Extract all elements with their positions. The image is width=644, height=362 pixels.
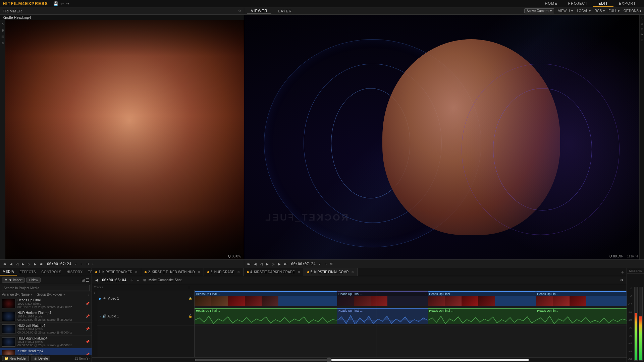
timeline-tab-2[interactable]: 3. HUD GRADE ✕ <box>204 268 244 276</box>
viewer-prev-btn[interactable]: ◁ <box>259 262 264 266</box>
viewer-tool-5[interactable]: ◎ <box>641 38 643 42</box>
playhead[interactable] <box>376 290 376 357</box>
audio-clip-2[interactable]: Heads Up Final ... <box>428 308 536 324</box>
redo-icon[interactable]: ↪ <box>66 1 69 6</box>
timeline-tab-1[interactable]: 2. KIRSTIE T...KED WITH HUD ✕ <box>141 268 204 276</box>
media-pin-2[interactable]: 📌 <box>86 327 90 331</box>
viewer-out-btn[interactable]: ¬ <box>324 262 328 266</box>
tl-ripple-btn[interactable]: ↔ <box>136 278 141 282</box>
media-item[interactable]: Kirstle Head.mp4 644 x 362 pixels 00:0… <box>0 348 92 355</box>
new-btn[interactable]: + New <box>26 278 41 283</box>
transform-tool-icon[interactable]: ✥ <box>1 41 4 45</box>
media-tab-controls[interactable]: CONTROLS <box>39 269 64 275</box>
new-folder-btn[interactable]: 📁 New Folder <box>2 356 29 361</box>
timeline-tab-3[interactable]: 4. KIRSTIE DARKEN GRADE ✕ <box>244 268 304 276</box>
video-clip-3[interactable]: Heads Up Fin... <box>536 291 627 306</box>
trim-out-btn[interactable]: ¬ <box>79 262 84 266</box>
trim-go-end-btn[interactable]: ⏭ <box>39 262 44 266</box>
media-tab-history[interactable]: HISTORY <box>64 269 86 275</box>
view-select[interactable]: VIEW: 1▾ <box>558 9 573 13</box>
pointer-tool-icon[interactable]: ↖ <box>1 22 4 26</box>
audio-track-lock[interactable]: 🔒 <box>189 314 192 318</box>
video-track-lock[interactable]: 🔒 <box>189 297 192 300</box>
trim-play-btn[interactable]: ▶ <box>21 262 25 266</box>
tab-close-4[interactable]: ✕ <box>351 270 354 274</box>
media-tab-media[interactable]: MEDIA <box>0 268 17 276</box>
undo-icon[interactable]: ↩ <box>60 1 64 6</box>
options-btn[interactable]: OPTIONS▾ <box>624 9 641 13</box>
video-clip-2[interactable]: Heads Up Final ... → <box>428 291 536 306</box>
active-camera-btn[interactable]: Active Camera ▾ <box>524 8 554 13</box>
media-item[interactable]: HUD Horizon Flat.mp4 1024 x 1024 pixels … <box>0 310 92 323</box>
viewer-next-frame-btn[interactable]: ▶ <box>277 262 282 266</box>
audio-clip-3[interactable]: Heads Up Fin... <box>536 308 627 324</box>
timeline-tab-4[interactable]: 5. KIRSTIE FINAL COMP ✕ <box>304 268 358 276</box>
grid-view-btn[interactable]: ⊞ <box>82 278 85 283</box>
tab-close-1[interactable]: ✕ <box>198 270 200 274</box>
zoom-tool-icon[interactable]: ⊕ <box>1 28 4 32</box>
group-chevron[interactable]: ▾ <box>63 293 65 296</box>
viewer-next-btn[interactable]: ▷ <box>271 262 276 266</box>
trim-insert-btn[interactable]: ⊣ <box>85 262 90 266</box>
media-item[interactable]: HUD Right Flat.mp4 1024 x 1024 pixels 00… <box>0 336 92 348</box>
save-icon[interactable]: 💾 <box>53 1 58 6</box>
tl-back-btn[interactable]: ◀ <box>95 278 99 282</box>
timeline-extra-btn[interactable]: + <box>619 269 627 275</box>
trim-go-start-btn[interactable]: ⏮ <box>2 262 7 266</box>
timeline-add-icon[interactable]: + <box>621 269 624 275</box>
nav-export[interactable]: EXPORT <box>613 0 641 7</box>
viewer-tool-1[interactable]: ↖ <box>641 17 643 20</box>
audio-clip-1[interactable]: Heads Up Final ... <box>337 308 428 324</box>
tab-close-0[interactable]: ✕ <box>135 270 138 274</box>
media-pin-0[interactable]: 📌 <box>86 302 90 305</box>
viewer-prev-frame-btn[interactable]: ◀ <box>253 262 258 266</box>
viewer-tab-layer[interactable]: LAYER <box>274 8 296 14</box>
sort-chevron[interactable]: ▾ <box>31 293 33 296</box>
viewer-in-btn[interactable]: ⌐ <box>318 262 322 266</box>
rgb-select[interactable]: RGB▾ <box>595 9 605 13</box>
media-search-input[interactable] <box>2 285 90 291</box>
viewer-tool-3[interactable]: ⊞ <box>641 27 643 31</box>
trim-overwrite-btn[interactable]: ↓ <box>91 262 95 266</box>
timeline-scrollbar[interactable] <box>195 359 529 361</box>
viewer-play-btn[interactable]: ▶ <box>265 262 270 266</box>
trim-prev-frame-btn[interactable]: ◀ <box>9 262 13 266</box>
tab-close-3[interactable]: ✕ <box>298 270 300 274</box>
tl-composite-btn[interactable]: ⊞ <box>143 278 147 282</box>
tl-settings-btn[interactable]: ⚙ <box>620 278 624 282</box>
local-select[interactable]: LOCAL▾ <box>577 9 591 13</box>
trim-in-btn[interactable]: ⌐ <box>74 262 78 266</box>
trimmer-settings-icon[interactable]: ⚙ <box>238 9 241 13</box>
delete-btn[interactable]: 🗑 Delete <box>32 356 50 361</box>
media-item[interactable]: Heads Up Final 1920 x 814 pixels 00:01:2… <box>0 297 92 310</box>
crop-tool-icon[interactable]: ⊞ <box>1 35 4 39</box>
tab-close-2[interactable]: ✕ <box>237 270 240 274</box>
audio-clip-0[interactable]: Heads Up Final ... <box>195 308 337 324</box>
audio-track-mute[interactable]: 🔊 <box>102 314 106 318</box>
viewer-tool-2[interactable]: ⊕ <box>641 22 643 25</box>
viewer-go-start-btn[interactable]: ⏮ <box>246 262 252 266</box>
timeline-tab-0[interactable]: 1. KIRSTIE TRACKED ✕ <box>92 268 141 276</box>
media-pin-1[interactable]: 📌 <box>86 314 90 318</box>
viewer-tool-4[interactable]: ✥ <box>641 33 643 36</box>
trim-prev-btn[interactable]: ◁ <box>15 262 19 266</box>
list-view-btn[interactable]: ☰ <box>86 278 90 283</box>
trim-next-frame-btn[interactable]: ▶ <box>33 262 38 266</box>
viewer-go-end-btn[interactable]: ⏭ <box>283 262 288 266</box>
nav-home[interactable]: HOME <box>540 0 563 7</box>
sort-toggle-icon[interactable]: ↕ <box>88 293 90 296</box>
video-clip-1[interactable]: Heads Up Final ... → <box>337 291 428 306</box>
viewer-loop-btn[interactable]: ↺ <box>329 262 334 266</box>
media-pin-3[interactable]: 📌 <box>86 340 90 344</box>
video-track-mute[interactable]: 👁 <box>103 297 106 300</box>
tl-snap-btn[interactable]: ⊹ <box>130 278 134 282</box>
full-select[interactable]: FULL▾ <box>609 9 620 13</box>
video-clip-0[interactable]: Heads Up Final ... → <box>195 291 337 306</box>
media-tab-effects[interactable]: EFFECTS <box>17 269 39 275</box>
media-item[interactable]: HUD Left Flat.mp4 1024 x 1024 pixels 00:… <box>0 323 92 336</box>
viewer-tab-viewer[interactable]: VIEWER <box>247 8 271 14</box>
nav-project[interactable]: PROJECT <box>563 0 593 7</box>
nav-edit[interactable]: EDIT <box>593 0 613 7</box>
tl-add-track-icon[interactable]: + <box>94 292 95 295</box>
import-btn[interactable]: ▼ ▼ Import <box>2 278 25 283</box>
